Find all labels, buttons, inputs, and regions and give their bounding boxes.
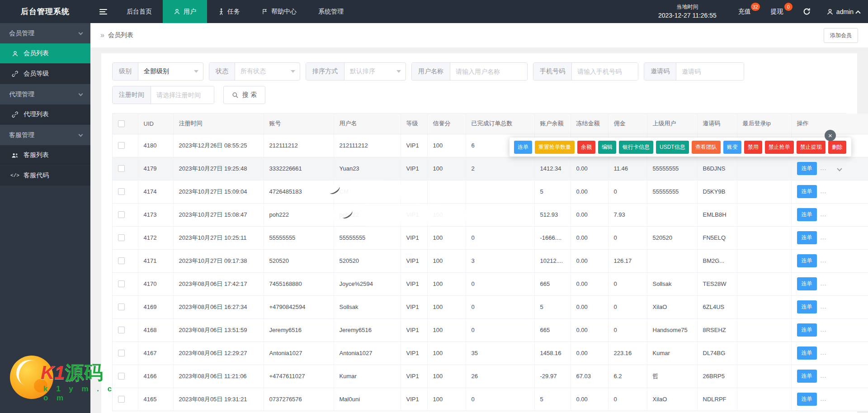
cell: 0	[608, 295, 647, 318]
nav-item-1[interactable]: 用户	[163, 0, 207, 23]
cell: D5KY9B	[697, 180, 737, 203]
more-actions[interactable]: ...	[821, 280, 827, 287]
row-checkbox[interactable]	[118, 234, 125, 241]
search-button[interactable]: 搜 索	[223, 86, 265, 104]
breadcrumb-bar: » 会员列表 添加会员	[90, 23, 868, 47]
user-icon	[174, 8, 180, 15]
status-placeholder: 所有状态	[235, 63, 271, 80]
column-header: 邀请码	[697, 114, 737, 134]
sidebar-group-3[interactable]: 代理管理	[0, 84, 90, 104]
row-checkbox[interactable]	[118, 142, 125, 149]
more-actions[interactable]: ...	[821, 188, 827, 195]
popover-action-button-7[interactable]: 账变	[723, 141, 741, 154]
sidebar-group-0[interactable]: 会员管理	[0, 23, 90, 43]
cell: 67.03	[571, 365, 608, 388]
cell: -29.97	[534, 365, 571, 388]
nav-item-4[interactable]: 系统管理	[307, 0, 354, 23]
more-actions[interactable]: ...	[821, 165, 827, 171]
cell: 2023年08月06日 16:27:34	[173, 295, 264, 318]
row-expand-chevron-icon[interactable]	[838, 164, 841, 172]
nav-item-2[interactable]: 任务	[207, 0, 251, 23]
more-actions[interactable]: ...	[821, 303, 827, 310]
nav-item-0[interactable]: 后台首页	[116, 0, 163, 23]
row-checkbox[interactable]	[118, 257, 125, 264]
popover-action-button-4[interactable]: 银行卡信息	[619, 141, 653, 154]
popover-action-button-1[interactable]: 重置抢单数量	[535, 141, 575, 154]
withdraw-button[interactable]: 提现 0	[771, 8, 783, 16]
member-table: UID注册时间账号用户名等级信誉分已完成订单总数账户余额冻结金额佣金上级用户邀请…	[113, 114, 868, 411]
lianddan-button[interactable]: 连单	[797, 393, 817, 406]
sidebar-item-1[interactable]: 会员列表	[0, 43, 90, 64]
sidebar-item-2[interactable]: 会员等级	[0, 64, 90, 84]
cell: 100	[427, 134, 466, 157]
popover-action-button-10[interactable]: 禁止提现	[797, 141, 826, 154]
sidebar-item-4[interactable]: 代理列表	[0, 104, 90, 125]
sidebar-group-5[interactable]: 客服管理	[0, 125, 90, 145]
lianddan-button[interactable]: 连单	[797, 370, 817, 383]
select-all-checkbox[interactable]	[118, 120, 125, 127]
lianddan-button[interactable]: 连单	[797, 208, 817, 221]
table-row: 41672023年08月06日 12:29:27Antonia1027Anton…	[113, 342, 868, 365]
row-checkbox[interactable]	[118, 304, 125, 310]
regtime-input[interactable]	[151, 86, 214, 104]
level-select[interactable]: 级别 全部级别	[112, 62, 203, 81]
lianddan-button[interactable]: 连单	[797, 162, 817, 175]
lianddan-button[interactable]: 连单	[797, 300, 817, 313]
popover-action-button-0[interactable]: 连单	[514, 141, 532, 154]
row-checkbox[interactable]	[118, 165, 125, 172]
column-header: 佣金	[608, 114, 647, 134]
refresh-icon[interactable]	[802, 7, 811, 16]
lianddan-button[interactable]: 连单	[797, 231, 817, 244]
row-checkbox[interactable]	[118, 373, 125, 380]
link-icon	[11, 71, 19, 77]
popover-action-button-3[interactable]: 编辑	[598, 141, 616, 154]
add-member-button[interactable]: 添加会员	[824, 28, 858, 43]
lianddan-button[interactable]: 连单	[797, 254, 817, 267]
status-select[interactable]: 状态 所有状态	[209, 62, 300, 81]
sidebar-item-6[interactable]: 客服列表	[0, 145, 90, 166]
more-actions[interactable]: ...	[821, 211, 827, 218]
phone-label: 手机号码	[533, 63, 572, 80]
cell: 0.00	[571, 203, 608, 226]
more-actions[interactable]: ...	[821, 395, 827, 402]
row-checkbox[interactable]	[118, 188, 125, 195]
popover-action-button-11[interactable]: 删除	[828, 141, 846, 154]
more-actions[interactable]: ...	[821, 234, 827, 241]
cell: -1666....	[534, 226, 571, 249]
sort-select[interactable]: 排序方式 默认排序	[306, 62, 406, 81]
table-row: 41682023年08月06日 13:51:59Jeremy6516Jeremy…	[113, 318, 868, 342]
lianddan-button[interactable]: 连单	[797, 323, 817, 337]
cell: VIP1	[401, 157, 427, 180]
more-actions[interactable]: ...	[821, 326, 827, 333]
close-icon[interactable]: ×	[825, 130, 836, 141]
popover-action-button-6[interactable]: 查看团队	[692, 141, 721, 154]
lianddan-button[interactable]: 连单	[797, 277, 817, 290]
invite-input[interactable]	[676, 63, 744, 80]
popover-action-button-5[interactable]: USDT信息	[656, 141, 689, 154]
cell: 26	[466, 365, 534, 388]
more-actions[interactable]: ...	[821, 372, 827, 379]
lianddan-button[interactable]: 连单	[797, 347, 817, 360]
username-input[interactable]	[450, 63, 527, 80]
filter-row-1: 级别 全部级别 状态 所有状态 排序方式 默认排序 用户名称 手机号码	[112, 62, 846, 81]
more-actions[interactable]: ...	[821, 349, 827, 356]
more-actions[interactable]: ...	[821, 257, 827, 264]
row-checkbox[interactable]	[118, 327, 125, 333]
popover-action-button-2[interactable]: 余额	[577, 141, 595, 154]
popover-action-button-9[interactable]: 禁止抢单	[765, 141, 794, 154]
lianddan-button[interactable]: 连单	[797, 185, 817, 198]
cell: Yuan23	[334, 157, 401, 180]
cell: 0	[466, 295, 534, 318]
row-checkbox[interactable]	[118, 350, 125, 356]
cell: XilaO	[647, 295, 697, 318]
popover-action-button-8[interactable]: 禁用	[744, 141, 762, 154]
menu-toggle-icon[interactable]	[90, 0, 116, 23]
row-checkbox[interactable]	[118, 211, 125, 218]
cell: Sollsak	[647, 272, 697, 295]
recharge-button[interactable]: 充值 32	[738, 8, 751, 16]
user-menu[interactable]: admin	[826, 8, 860, 15]
sidebar-item-7[interactable]: </>客服代码	[0, 166, 90, 186]
row-checkbox[interactable]	[118, 280, 125, 287]
phone-input[interactable]	[572, 63, 638, 80]
nav-item-3[interactable]: 帮助中心	[251, 0, 307, 23]
